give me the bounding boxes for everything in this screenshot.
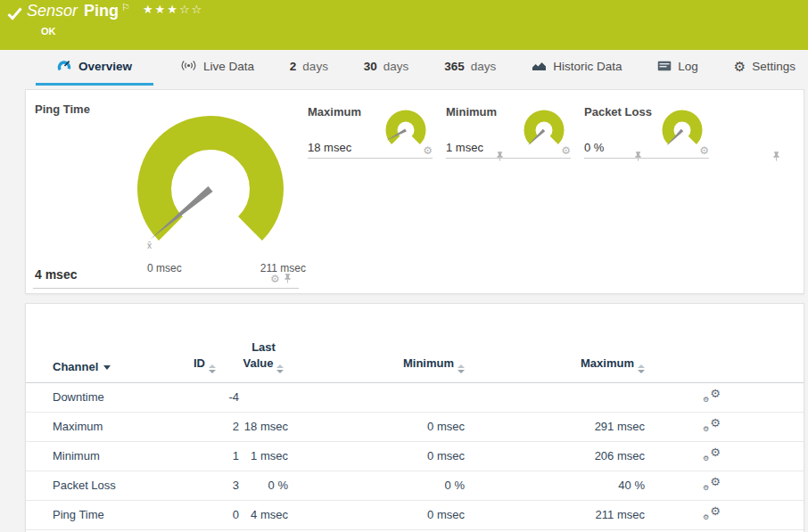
cell-minimum: 0 % <box>288 471 465 500</box>
gauge-block-minimum: Minimum1 msec⚙ <box>446 103 571 159</box>
gauge-scale-max-label: 211 msec <box>229 262 306 274</box>
gauge-pin-icon[interactable] <box>772 151 780 162</box>
sort-toggle-icon[interactable] <box>276 364 284 373</box>
gauge-tools: ⚙ <box>270 273 292 284</box>
cell-minimum: 0 msec <box>288 500 465 529</box>
channel-table-panel: Channel ID Last Value Minimum Maximum Do… <box>25 303 804 532</box>
settings-gear-icon: ⚙ <box>734 60 746 73</box>
gauge-block-maximum: Maximum18 msec⚙ <box>308 103 433 159</box>
cell-maximum: 40 % <box>465 471 645 500</box>
gauge-block-packet-loss: Packet Loss0 %⚙ <box>584 103 709 159</box>
cell-channel[interactable]: Downtime <box>26 382 184 412</box>
gauge-divider <box>33 288 299 289</box>
main-gauge-title: Ping Time <box>35 102 90 116</box>
gauge-title: Maximum <box>308 105 361 119</box>
tab-overview[interactable]: Overview <box>36 50 153 86</box>
channel-settings-icon[interactable]: ⚙⚙ <box>703 418 721 432</box>
tab-log[interactable]: Log <box>648 50 707 86</box>
sensor-tab-bar: OverviewLive Data2days30days365daysHisto… <box>0 50 808 86</box>
sort-toggle-icon[interactable] <box>458 364 465 373</box>
ping-time-gauge <box>135 113 286 256</box>
tab-live-data[interactable]: Live Data <box>171 50 263 86</box>
cell-last-value: 0 % <box>239 471 288 500</box>
column-header-minimum[interactable]: Minimum <box>288 304 465 382</box>
cell-minimum: 0 msec <box>288 441 465 471</box>
gauges-panel: Ping Time x̄ 0 msec 211 msec 4 msec ⚙ Ma… <box>25 89 804 294</box>
gauge-settings-gear-icon[interactable]: ⚙ <box>561 145 571 156</box>
sensor-status-header: SensorPing⚐★★★☆☆ OK <box>0 0 808 50</box>
cell-channel[interactable]: Maximum <box>26 412 184 441</box>
cell-channel[interactable]: Minimum <box>26 441 184 471</box>
gauge-title: Packet Loss <box>584 105 652 119</box>
sensor-name: Ping <box>84 2 119 20</box>
gauge-settings-gear-icon[interactable]: ⚙ <box>699 145 709 156</box>
channel-settings-icon[interactable]: ⚙⚙ <box>703 447 721 462</box>
live-icon <box>180 60 197 73</box>
cell-minimum <box>288 382 465 412</box>
tab-365-days[interactable]: 365days <box>435 50 505 86</box>
cell-id: 0 <box>184 500 239 529</box>
sort-desc-icon[interactable] <box>103 365 111 370</box>
gauge-title: Minimum <box>446 105 497 119</box>
channel-settings-icon[interactable]: ⚙⚙ <box>703 389 721 403</box>
cell-maximum: 206 msec <box>465 441 645 471</box>
gauge-icon <box>57 59 72 74</box>
ping-time-value: 4 msec <box>35 267 77 282</box>
cell-id: 1 <box>184 441 239 471</box>
tab-settings[interactable]: ⚙Settings <box>725 50 804 86</box>
gauge-pin-icon[interactable] <box>284 273 292 284</box>
table-row: Downtime-4⚙⚙ <box>26 382 804 412</box>
log-icon <box>657 61 672 73</box>
gauge-settings-gear-icon[interactable]: ⚙ <box>270 274 280 284</box>
cell-minimum: 0 msec <box>288 412 465 441</box>
status-ok-check-icon <box>7 7 22 20</box>
gauge-tools: ⚙ <box>699 145 709 156</box>
cell-last-value: 4 msec <box>239 500 288 529</box>
channel-table: Channel ID Last Value Minimum Maximum Do… <box>26 304 804 530</box>
sensor-type-label: Sensor <box>27 2 78 20</box>
sensor-status-badge: OK <box>41 26 56 37</box>
cell-channel[interactable]: Packet Loss <box>26 471 184 500</box>
gauge-value: 18 msec <box>308 141 351 154</box>
tab-30-days[interactable]: 30days <box>355 50 418 86</box>
sort-toggle-icon[interactable] <box>638 364 645 373</box>
table-header-row: Channel ID Last Value Minimum Maximum <box>26 304 804 382</box>
gauge-tools: ⚙ <box>561 145 571 156</box>
sort-toggle-icon[interactable] <box>209 364 216 373</box>
gauge-value: 0 % <box>584 141 604 154</box>
gauge-tools: ⚙ <box>423 145 433 156</box>
gauge-average-marker: x̄ <box>147 241 152 250</box>
tab-historic-data[interactable]: Historic Data <box>523 50 631 86</box>
channel-settings-icon[interactable]: ⚙⚙ <box>703 477 721 491</box>
cell-last-value <box>239 382 288 412</box>
cell-id: -4 <box>184 382 239 412</box>
table-row: Ping Time04 msec0 msec211 msec⚙⚙ <box>26 500 804 529</box>
cell-last-value: 18 msec <box>239 412 288 441</box>
table-row: Minimum11 msec0 msec206 msec⚙⚙ <box>26 441 804 471</box>
column-header-id[interactable]: ID <box>184 304 239 382</box>
cell-maximum <box>465 382 645 412</box>
tab-2-days[interactable]: 2days <box>281 50 337 86</box>
column-header-last-value[interactable]: Last Value <box>239 304 288 382</box>
cell-id: 3 <box>184 471 239 500</box>
cell-last-value: 1 msec <box>239 441 288 471</box>
gauge-value: 1 msec <box>446 141 483 154</box>
table-row: Packet Loss30 %0 %40 %⚙⚙ <box>26 471 804 500</box>
cell-channel[interactable]: Ping Time <box>26 500 184 529</box>
historic-chart-icon <box>532 60 547 73</box>
column-header-channel[interactable]: Channel <box>26 304 184 382</box>
gauge-scale-min-label: 0 msec <box>147 262 182 274</box>
cell-maximum: 291 msec <box>465 412 645 441</box>
priority-flag-icon[interactable]: ⚐ <box>121 2 130 12</box>
cell-maximum: 211 msec <box>465 500 645 529</box>
table-row: Maximum218 msec0 msec291 msec⚙⚙ <box>26 412 804 441</box>
channel-settings-icon[interactable]: ⚙⚙ <box>703 506 721 520</box>
cell-id: 2 <box>184 412 239 441</box>
gauge-settings-gear-icon[interactable]: ⚙ <box>423 145 433 156</box>
priority-stars[interactable]: ★★★☆☆ <box>143 3 203 16</box>
column-header-maximum[interactable]: Maximum <box>465 304 645 382</box>
